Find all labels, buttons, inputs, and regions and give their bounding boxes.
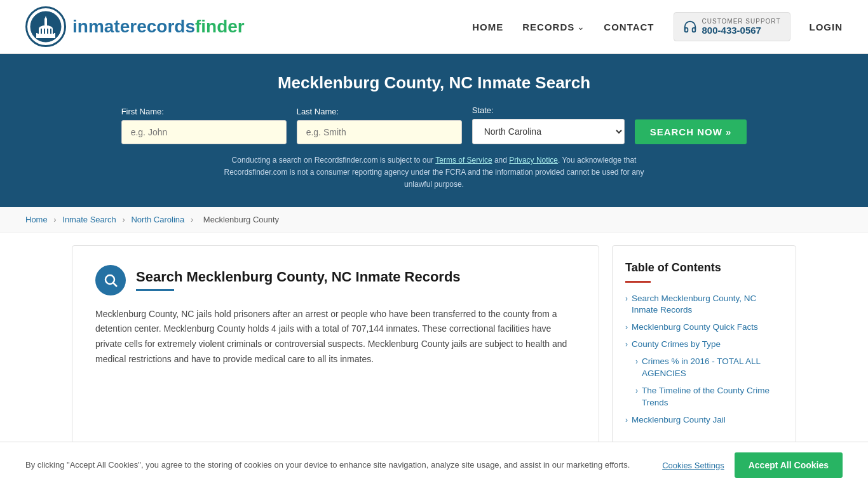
page-title: Mecklenburg County, NC Inmate Search	[25, 73, 843, 93]
hero-section: Mecklenburg County, NC Inmate Search Fir…	[0, 54, 868, 207]
search-icon-circle	[95, 265, 126, 295]
svg-rect-10	[50, 29, 51, 34]
last-name-label: Last Name:	[297, 107, 339, 116]
content-title: Search Mecklenburg County, NC Inmate Rec…	[136, 269, 461, 285]
breadcrumb-sep-2: ›	[122, 215, 125, 224]
cookie-text: By clicking "Accept All Cookies", you ag…	[25, 459, 649, 459]
sidebar-toc: Table of Contents › Search Mecklenburg C…	[612, 245, 796, 447]
toc-underline	[625, 281, 651, 283]
main-nav: HOME RECORDS ⌄ CONTACT CUSTOMER SUPPORT …	[472, 12, 843, 41]
first-name-group: First Name:	[121, 107, 287, 144]
customer-support-box[interactable]: CUSTOMER SUPPORT 800-433-0567	[674, 12, 790, 41]
nav-records-group: RECORDS ⌄	[522, 22, 585, 32]
svg-rect-8	[44, 29, 45, 34]
first-name-label: First Name:	[121, 107, 164, 116]
last-name-group: Last Name:	[297, 107, 462, 144]
logo-icon	[25, 6, 66, 47]
toc-link-4[interactable]: Crimes % in 2016 - TOTAL ALL AGENCIES	[642, 356, 783, 380]
nav-login[interactable]: LOGIN	[810, 22, 843, 32]
accept-all-cookies-button[interactable]: Accept All Cookies	[735, 452, 843, 460]
last-name-input[interactable]	[297, 120, 462, 144]
toc-link-1[interactable]: Search Mecklenburg County, NC Inmate Rec…	[632, 293, 783, 317]
support-text: CUSTOMER SUPPORT 800-433-0567	[702, 18, 781, 36]
chevron-icon-1: ›	[625, 294, 628, 303]
content-body: Mecklenburg County, NC jails hold prison…	[95, 307, 576, 367]
search-form: First Name: Last Name: State: North Caro…	[25, 105, 843, 144]
toc-link-2[interactable]: Mecklenburg County Quick Facts	[632, 322, 758, 334]
toc-item-4: › Crimes % in 2016 - TOTAL ALL AGENCIES	[625, 356, 783, 380]
chevron-icon-5: ›	[635, 386, 638, 395]
state-group: State: North Carolina	[472, 105, 625, 144]
svg-rect-11	[53, 29, 54, 34]
chevron-down-icon: ⌄	[577, 22, 585, 32]
toc-link-5[interactable]: The Timeline of the County Crime Trends	[642, 385, 783, 409]
breadcrumb-sep-3: ›	[191, 215, 193, 224]
toc-item-2: › Mecklenburg County Quick Facts	[625, 322, 783, 334]
svg-rect-6	[37, 29, 39, 34]
content-title-group: Search Mecklenburg County, NC Inmate Rec…	[136, 269, 461, 291]
cookie-banner: By clicking "Accept All Cookies", you ag…	[0, 442, 868, 460]
toc-item-5: › The Timeline of the County Crime Trend…	[625, 385, 783, 409]
breadcrumb-inmate-search[interactable]: Inmate Search	[62, 215, 116, 224]
nav-records[interactable]: RECORDS	[522, 22, 574, 32]
state-label: State:	[472, 105, 494, 115]
nav-contact[interactable]: CONTACT	[604, 22, 654, 32]
search-button[interactable]: SEARCH NOW »	[635, 119, 747, 144]
chevron-icon-4: ›	[635, 357, 638, 366]
svg-rect-9	[47, 29, 48, 34]
content-title-row: Search Mecklenburg County, NC Inmate Rec…	[95, 265, 576, 295]
breadcrumb-sep-1: ›	[53, 215, 56, 224]
breadcrumb-home[interactable]: Home	[25, 215, 48, 224]
breadcrumb: Home › Inmate Search › North Carolina › …	[0, 207, 868, 233]
toc-link-6[interactable]: Mecklenburg County Jail	[632, 414, 726, 426]
headset-icon	[683, 20, 697, 34]
toc-item-6: › Mecklenburg County Jail	[625, 414, 783, 426]
tos-link[interactable]: Terms of Service	[435, 156, 492, 165]
svg-line-13	[114, 283, 118, 287]
content-left: Search Mecklenburg County, NC Inmate Rec…	[72, 245, 599, 447]
site-header: inmaterecordsfinder HOME RECORDS ⌄ CONTA…	[0, 0, 868, 54]
logo-text: inmaterecordsfinder	[72, 17, 245, 37]
toc-item-3: › County Crimes by Type	[625, 339, 783, 351]
toc-link-3[interactable]: County Crimes by Type	[632, 339, 721, 351]
nav-home[interactable]: HOME	[472, 22, 503, 32]
breadcrumb-county: Mecklenburg County	[203, 215, 279, 224]
privacy-link[interactable]: Privacy Notice	[509, 156, 558, 165]
toc-list: › Search Mecklenburg County, NC Inmate R…	[625, 293, 783, 426]
toc-item-1: › Search Mecklenburg County, NC Inmate R…	[625, 293, 783, 317]
breadcrumb-state[interactable]: North Carolina	[131, 215, 184, 224]
support-number: 800-433-0567	[702, 25, 781, 36]
svg-rect-4	[44, 18, 47, 29]
state-select[interactable]: North Carolina	[472, 119, 625, 144]
toc-title: Table of Contents	[625, 261, 783, 274]
chevron-icon-3: ›	[625, 340, 628, 349]
svg-rect-7	[41, 29, 42, 34]
chevron-icon-6: ›	[625, 416, 628, 424]
title-underline	[136, 289, 174, 291]
search-icon	[103, 273, 118, 288]
chevron-icon-2: ›	[625, 323, 628, 332]
main-content: Search Mecklenburg County, NC Inmate Rec…	[59, 245, 809, 447]
support-label: CUSTOMER SUPPORT	[702, 18, 781, 25]
svg-rect-1	[36, 33, 55, 38]
logo-area: inmaterecordsfinder	[25, 6, 245, 47]
svg-point-12	[105, 275, 114, 284]
cookie-actions: Cookies Settings Accept All Cookies	[662, 452, 843, 460]
first-name-input[interactable]	[121, 120, 287, 144]
disclaimer-text: Conducting a search on Recordsfinder.com…	[212, 154, 656, 191]
